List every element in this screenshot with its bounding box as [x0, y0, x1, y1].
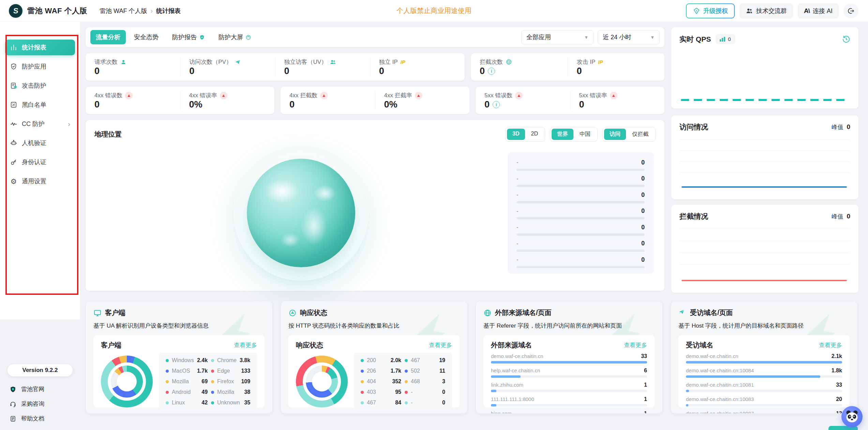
toggle-option[interactable]: 访问 — [604, 129, 626, 140]
legend-row: Android49 — [166, 389, 208, 395]
summary-card-1: 响应状态 按 HTTP 状态码统计各类响应的数量和占比 响应状态 查看更多 20… — [281, 301, 467, 414]
stat-value: 0 — [579, 99, 656, 110]
breadcrumb-root[interactable]: 雷池 WAF 个人版 — [100, 7, 147, 15]
app-filter-select[interactable]: 全部应用 ▼ — [521, 30, 594, 44]
legend-row: 40395 — [361, 389, 401, 395]
geo-toggle-group-2: 访问仅拦截 — [602, 127, 656, 142]
warning-icon: ▲ — [515, 92, 523, 99]
toggle-option[interactable]: 2D — [526, 129, 543, 140]
sidebar-item-2[interactable]: 攻击防护 — [5, 78, 75, 94]
toolbar: 流量分析 安全态势 防护报告 防护大屏 全部应用 ▼ 近 24 小时 ▼ — [86, 27, 664, 47]
peak-indicator: 峰值0 — [832, 123, 850, 131]
logout-button[interactable] — [843, 3, 858, 18]
sidebar-item-7[interactable]: ⚙ 通用设置 — [5, 173, 75, 189]
chat-widget-button[interactable] — [841, 406, 863, 427]
toggle-option[interactable]: 3D — [507, 129, 525, 140]
shield-check-icon — [10, 63, 17, 70]
globe-visualization[interactable] — [247, 159, 355, 267]
tab-3[interactable]: 防护大屏 — [213, 30, 257, 44]
status-icon — [288, 309, 297, 317]
robot-icon — [10, 139, 17, 147]
history-icon[interactable] — [842, 35, 850, 43]
view-more-link[interactable]: 查看更多 — [429, 341, 452, 349]
sidebar-item-1[interactable]: 防护应用 — [5, 59, 75, 74]
sidebar-item-5[interactable]: 人机验证 — [5, 135, 75, 151]
blacklist-icon — [10, 101, 17, 109]
warning-icon: ▲ — [610, 92, 617, 99]
tab-2[interactable]: 防护报告 — [167, 30, 210, 44]
toggle-option[interactable]: 仅拦截 — [627, 129, 654, 140]
diamond-bolt-icon — [693, 7, 700, 15]
tab-0[interactable]: 流量分析 — [90, 30, 126, 44]
legend-dot — [405, 391, 408, 394]
legend-row: MacOS1.7k — [166, 368, 208, 374]
stat-value: 0 — [379, 66, 456, 76]
geo-bar — [517, 185, 645, 187]
view-more-link[interactable]: 查看更多 — [624, 341, 647, 349]
globe-icon — [483, 309, 492, 317]
docs-icon — [10, 415, 16, 422]
sidebar-item-6[interactable]: 身份认证 — [5, 154, 75, 170]
community-button[interactable]: 技术交流群 — [739, 3, 793, 18]
geo-bar — [517, 217, 645, 219]
geo-row: -0 — [517, 207, 645, 221]
warning-icon: ▲ — [220, 92, 227, 99]
upgrade-button[interactable]: 升级授权 — [686, 3, 735, 18]
legend-row: Mozilla69 — [166, 378, 208, 385]
stats-card-traffic: 请求次数 0 访问次数（PV） 0 独立访客（UV） 0 独立 IPIP 0 — [86, 53, 465, 81]
legend-dot — [405, 401, 408, 404]
view-more-link[interactable]: 查看更多 — [234, 341, 257, 349]
footer-link-1[interactable]: 采购咨询 — [8, 397, 73, 411]
card-title: 外部来源域名/页面 — [495, 308, 552, 317]
card-description: 基于 UA 解析识别用户设备类型和浏览器信息 — [93, 322, 265, 330]
legend-dot — [166, 359, 169, 362]
version-badge: Version 9.2.2 — [8, 364, 73, 376]
visit-chart-card: 访问情况 峰值0 — [671, 115, 858, 199]
block-flatline — [682, 280, 847, 281]
chevron-down-icon: ▼ — [584, 35, 588, 40]
rank-row: bing.com1 — [491, 411, 647, 414]
sidebar-item-0[interactable]: 统计报表 — [5, 40, 75, 55]
stat-cell: 独立 IPIP 0 — [370, 57, 465, 76]
sidebar-item-4[interactable]: CC 防护 › — [5, 116, 75, 132]
chevron-right-icon: › — [68, 120, 70, 128]
monitor-icon — [93, 309, 102, 317]
legend-dot — [211, 391, 214, 394]
realtime-qps-card: 实时 QPS 0 — [671, 27, 858, 109]
time-filter-select[interactable]: 近 24 小时 ▼ — [598, 30, 660, 44]
donut-legend: Windows2.4k MacOS1.7k Mozilla69 Android4… — [159, 353, 257, 411]
donut-chart — [101, 356, 153, 407]
card-panel: 受访域名 查看更多 demo.waf-ce.chaitin.cn2.1k dem… — [678, 335, 850, 407]
toggle-option[interactable]: 中国 — [574, 129, 596, 140]
info-icon[interactable]: i — [488, 68, 495, 75]
stat-value: 0% — [189, 99, 266, 110]
connect-ai-button[interactable]: A\ 连接 AI — [798, 3, 839, 18]
peak-indicator: 峰值0 — [832, 213, 850, 220]
legend-row: 404352 — [361, 378, 401, 385]
card-panel: 客户端 查看更多 Windows2.4k MacOS1.7k Mozilla69… — [93, 335, 265, 407]
legend-row: 46719 — [405, 357, 445, 363]
legend-dot — [405, 380, 408, 383]
legend-row: Unknown35 — [211, 400, 250, 406]
info-icon[interactable]: i — [493, 101, 500, 108]
warning-icon: ▲ — [125, 92, 133, 99]
toggle-option[interactable]: 世界 — [552, 129, 573, 140]
footer-link-0[interactable]: 雷池官网 — [8, 382, 73, 397]
legend-dot — [361, 391, 364, 394]
legend-row: Linux42 — [166, 400, 208, 406]
footer-link-2[interactable]: 帮助文档 — [8, 411, 73, 426]
sidebar-item-label: 防护应用 — [22, 62, 46, 71]
card-title: 受访域名/页面 — [690, 308, 733, 317]
sidebar: 统计报表 防护应用 攻击防护 黑白名单 CC 防护 › 人机验证 身份认证 ⚙ … — [0, 22, 80, 430]
rank-row: demo.waf-ce.chaitin.cn:1008713 — [686, 411, 842, 414]
rank-row: demo.waf-ce.chaitin.cn:1008133 — [686, 382, 842, 392]
tab-1[interactable]: 安全态势 — [129, 30, 164, 44]
legend-dot — [361, 380, 364, 383]
doc-shield-icon — [10, 82, 17, 89]
card-panel: 外部来源域名 查看更多 demo.waf-ce.chaitin.cn33 hel… — [483, 335, 655, 407]
geo-card: 地理位置 3D2D世界中国访问仅拦截 -0 -0 -0 -0 — [86, 120, 664, 291]
geo-row: -0 — [517, 191, 645, 205]
sidebar-item-3[interactable]: 黑白名单 — [5, 97, 75, 113]
view-more-link[interactable]: 查看更多 — [819, 341, 842, 349]
summary-card-0: 客户端 基于 UA 解析识别用户设备类型和浏览器信息 客户端 查看更多 Wind… — [86, 301, 272, 414]
